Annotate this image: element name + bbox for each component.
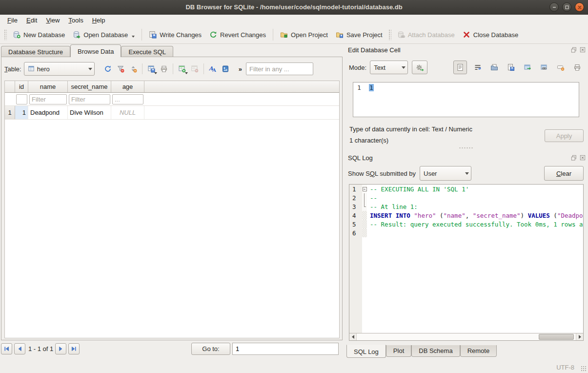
insert-record-dropdown-caret[interactable] — [185, 72, 188, 74]
browse-data-panel: Table: hero — [1, 57, 343, 340]
tab-db-schema[interactable]: DB Schema — [411, 345, 460, 357]
menu-help[interactable]: Help — [88, 15, 110, 25]
column-header-id[interactable]: id — [15, 81, 28, 92]
row-header[interactable]: 1 — [5, 106, 15, 119]
save-results-button[interactable] — [145, 62, 158, 75]
text-mode-button[interactable] — [453, 61, 467, 74]
filter-input-age[interactable] — [112, 94, 143, 104]
open-database-button[interactable]: Open Database — [69, 28, 139, 41]
float-dock-button[interactable] — [570, 46, 577, 53]
mode-selector[interactable]: Text — [370, 61, 408, 74]
close-dock-button[interactable] — [579, 46, 586, 53]
column-header-age[interactable]: age — [111, 81, 144, 92]
insert-record-button[interactable] — [176, 62, 188, 75]
toolbar-drag-handle[interactable] — [4, 29, 7, 40]
clear-filters-button[interactable] — [114, 62, 127, 75]
fold-marker-collapse[interactable] — [362, 185, 367, 193]
set-null-button[interactable] — [554, 62, 567, 74]
write-changes-button[interactable]: Write Changes — [145, 28, 205, 41]
menu-tools[interactable]: Tools — [64, 15, 87, 25]
save-results-dropdown-caret[interactable] — [154, 72, 157, 74]
close-dock-icon — [580, 47, 586, 53]
tab-sql-log[interactable]: SQL Log — [346, 345, 386, 358]
filter-row-header — [5, 93, 15, 105]
open-project-button[interactable]: Open Project — [276, 28, 332, 41]
import-cell-data-button[interactable] — [488, 62, 500, 74]
scroll-right-arrow[interactable] — [576, 333, 583, 340]
goto-record-input[interactable] — [232, 343, 339, 355]
tab-remote[interactable]: Remote — [460, 345, 497, 357]
sql-log-horizontal-scrollbar[interactable] — [349, 333, 583, 340]
revert-changes-button[interactable]: Revert Changes — [205, 28, 270, 41]
cell-type-info: Type of data currently in cell: Text / N… — [349, 125, 472, 133]
first-record-button[interactable] — [1, 343, 12, 354]
previous-record-button[interactable] — [14, 343, 25, 354]
open-in-external-app-button[interactable] — [521, 62, 533, 74]
close-dock-button[interactable] — [579, 154, 586, 161]
filter-input-id[interactable] — [16, 94, 27, 104]
tab-execute-sql[interactable]: Execute SQL — [121, 46, 173, 57]
goto-button[interactable]: Go to: — [191, 343, 230, 355]
table-row: 1 1 Deadpond Dive Wilson NULL — [5, 106, 339, 120]
menu-view[interactable]: View — [41, 15, 64, 25]
filter-any-column-input[interactable] — [246, 62, 313, 75]
column-header-name[interactable]: name — [28, 81, 68, 92]
main-left-pane: Database Structure Browse Data Execute S… — [0, 44, 344, 360]
cell-editor-content[interactable]: 1 — [369, 84, 374, 91]
print-icon — [160, 65, 168, 73]
menu-file[interactable]: File — [3, 15, 22, 25]
close-button[interactable] — [575, 2, 584, 12]
edit-display-format-button[interactable]: A A — [206, 62, 219, 75]
resize-grip[interactable] — [581, 366, 587, 372]
clear-log-button[interactable]: Clear — [544, 166, 584, 181]
cell-editor[interactable]: 1 1 — [353, 82, 579, 117]
float-dock-button[interactable] — [570, 154, 577, 161]
export-cell-data-button[interactable] — [505, 62, 517, 74]
menu-edit[interactable]: Edit — [22, 15, 41, 25]
save-project-button[interactable]: Save Project — [332, 28, 386, 41]
sql-log-dock-titlebar: SQL Log — [348, 153, 586, 163]
link-icon — [540, 63, 548, 71]
sql-source-selector[interactable]: User — [420, 166, 471, 181]
column-header-secret-name[interactable]: secret_name — [68, 81, 111, 92]
copy-link-button[interactable] — [538, 62, 550, 74]
dock-splitter[interactable] — [344, 146, 588, 150]
sql-log-view[interactable]: 1 -- EXECUTING ALL IN 'SQL 1' 2 -- 3 -- … — [349, 184, 584, 341]
encoding-label[interactable]: UTF-8 — [556, 364, 574, 371]
print-cell-button[interactable] — [571, 62, 583, 74]
attach-database-icon — [397, 31, 405, 39]
table-selector[interactable]: hero — [24, 62, 95, 76]
maximize-button[interactable] — [562, 2, 571, 12]
clear-sorting-button[interactable] — [127, 62, 140, 75]
open-database-dropdown-caret[interactable] — [132, 36, 135, 38]
binary-viewer-button[interactable] — [219, 62, 232, 75]
tab-database-structure[interactable]: Database Structure — [1, 46, 70, 57]
word-wrap-button[interactable] — [471, 62, 484, 74]
cell-id[interactable]: 1 — [15, 106, 28, 119]
title-bar: DB Browser for SQLite - /home/user/code/… — [0, 0, 588, 15]
float-dock-icon — [571, 47, 577, 53]
last-record-button[interactable] — [68, 343, 80, 354]
filter-input-name[interactable] — [29, 94, 67, 104]
toolbar-drag-handle[interactable] — [388, 29, 391, 40]
scrollbar-thumb[interactable] — [539, 334, 574, 340]
minimize-button[interactable] — [549, 2, 559, 12]
tab-plot[interactable]: Plot — [386, 345, 411, 357]
new-database-button[interactable]: New Database — [9, 28, 69, 41]
minimize-icon — [552, 5, 557, 10]
refresh-button[interactable] — [101, 62, 114, 75]
scroll-left-arrow[interactable] — [349, 333, 357, 340]
next-record-button[interactable] — [55, 343, 66, 354]
cell-secret-name[interactable]: Dive Wilson — [68, 106, 111, 119]
filter-input-secret-name[interactable] — [69, 94, 110, 104]
print-rows-button[interactable] — [158, 62, 170, 75]
grid-corner-header[interactable] — [5, 81, 15, 92]
tab-browse-data[interactable]: Browse Data — [70, 44, 121, 57]
revert-changes-icon — [209, 31, 217, 39]
auto-apply-button[interactable] — [412, 61, 427, 74]
toolbar-overflow-chevron[interactable]: » — [239, 65, 242, 73]
cell-age[interactable]: NULL — [111, 106, 144, 119]
close-database-button[interactable]: Close Database — [459, 28, 523, 41]
cell-name[interactable]: Deadpond — [28, 106, 68, 119]
app-window: DB Browser for SQLite - /home/user/code/… — [0, 0, 588, 373]
